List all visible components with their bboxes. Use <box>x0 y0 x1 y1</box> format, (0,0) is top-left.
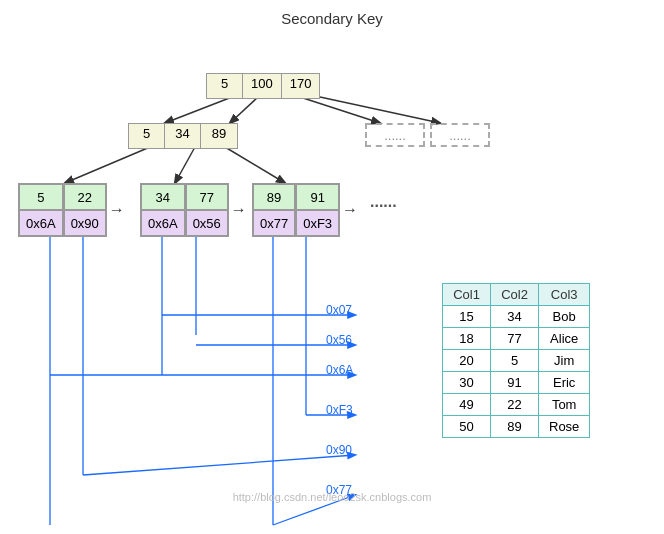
table-row: 205Jim <box>443 350 590 372</box>
hex-label-0xF3: 0xF3 <box>326 403 353 417</box>
table-cell-r0-c1: 34 <box>491 306 539 328</box>
table-cell-r2-c1: 5 <box>491 350 539 372</box>
table-row: 5089Rose <box>443 416 590 438</box>
table-cell-r5-c2: Rose <box>539 416 590 438</box>
leaf2-bot-right: 0x56 <box>186 210 228 236</box>
table-row: 1534Bob <box>443 306 590 328</box>
table-cell-r3-c2: Eric <box>539 372 590 394</box>
main-ellipsis: ...... <box>370 193 397 211</box>
level2-node-1: 5 34 89 <box>128 123 238 149</box>
leaf1-arrow: → <box>109 201 125 219</box>
svg-line-3 <box>320 97 440 123</box>
table-cell-r0-c0: 15 <box>443 306 491 328</box>
root-cell-2: 100 <box>243 74 282 98</box>
hex-label-0x90: 0x90 <box>326 443 352 457</box>
table-row: 4922Tom <box>443 394 590 416</box>
leaf1-top-right: 22 <box>64 184 106 210</box>
page-title: Secondary Key <box>10 10 654 27</box>
leaf1-bot-right: 0x90 <box>64 210 106 236</box>
root-cell-1: 5 <box>207 74 243 98</box>
col-header-3: Col3 <box>539 284 590 306</box>
table-cell-r4-c1: 22 <box>491 394 539 416</box>
svg-line-5 <box>175 147 195 183</box>
table-cell-r0-c2: Bob <box>539 306 590 328</box>
table-cell-r1-c0: 18 <box>443 328 491 350</box>
hex-label-0x07: 0x07 <box>326 303 352 317</box>
leaf3-arrow: → <box>342 201 358 219</box>
l2-cell-3: 89 <box>201 124 237 148</box>
leaf2-bot-left: 0x6A <box>141 210 185 236</box>
data-table: Col1 Col2 Col3 1534Bob1877Alice205Jim309… <box>442 283 590 438</box>
leaf-node-3: 89 0x77 91 0xF3 → <box>252 183 360 237</box>
col-header-2: Col2 <box>491 284 539 306</box>
svg-line-17 <box>83 455 355 475</box>
table-cell-r3-c1: 91 <box>491 372 539 394</box>
leaf-node-2: 34 0x6A 77 0x56 → <box>140 183 249 237</box>
table-cell-r2-c0: 20 <box>443 350 491 372</box>
leaf3-top-left: 89 <box>253 184 295 210</box>
leaf3-top-right: 91 <box>296 184 339 210</box>
table-row: 1877Alice <box>443 328 590 350</box>
leaf1-bot-left: 0x6A <box>19 210 63 236</box>
dashed-node-1: ...... <box>365 123 425 147</box>
table-cell-r1-c1: 77 <box>491 328 539 350</box>
l2-cell-1: 5 <box>129 124 165 148</box>
dashed-node-2: ...... <box>430 123 490 147</box>
svg-line-2 <box>300 97 380 123</box>
svg-line-1 <box>230 97 258 123</box>
hex-label-0x56: 0x56 <box>326 333 352 347</box>
table-cell-r4-c0: 49 <box>443 394 491 416</box>
l2-cell-2: 34 <box>165 124 201 148</box>
table-cell-r1-c2: Alice <box>539 328 590 350</box>
table-cell-r5-c1: 89 <box>491 416 539 438</box>
table-cell-r4-c2: Tom <box>539 394 590 416</box>
svg-line-4 <box>65 147 150 183</box>
root-cell-3: 170 <box>282 74 320 98</box>
watermark: http://blog.csdn.net/leoo2sk.cnblogs.com <box>10 491 654 503</box>
root-node: 5 100 170 <box>206 73 320 99</box>
leaf1-top-left: 5 <box>19 184 63 210</box>
leaf3-bot-left: 0x77 <box>253 210 295 236</box>
hex-label-0x6A: 0x6A <box>326 363 353 377</box>
col-header-1: Col1 <box>443 284 491 306</box>
svg-line-0 <box>165 97 232 123</box>
leaf2-top-right: 77 <box>186 184 228 210</box>
page-container: Secondary Key <box>0 0 664 534</box>
svg-line-6 <box>225 147 285 183</box>
table-cell-r2-c2: Jim <box>539 350 590 372</box>
leaf2-arrow: → <box>231 201 247 219</box>
table-cell-r3-c0: 30 <box>443 372 491 394</box>
table-row: 3091Eric <box>443 372 590 394</box>
table-cell-r5-c0: 50 <box>443 416 491 438</box>
leaf3-bot-right: 0xF3 <box>296 210 339 236</box>
diagram-area: 5 100 170 5 34 89 ...... ...... 5 0x6A 2… <box>10 35 654 515</box>
leaf-node-1: 5 0x6A 22 0x90 → <box>18 183 127 237</box>
leaf2-top-left: 34 <box>141 184 185 210</box>
